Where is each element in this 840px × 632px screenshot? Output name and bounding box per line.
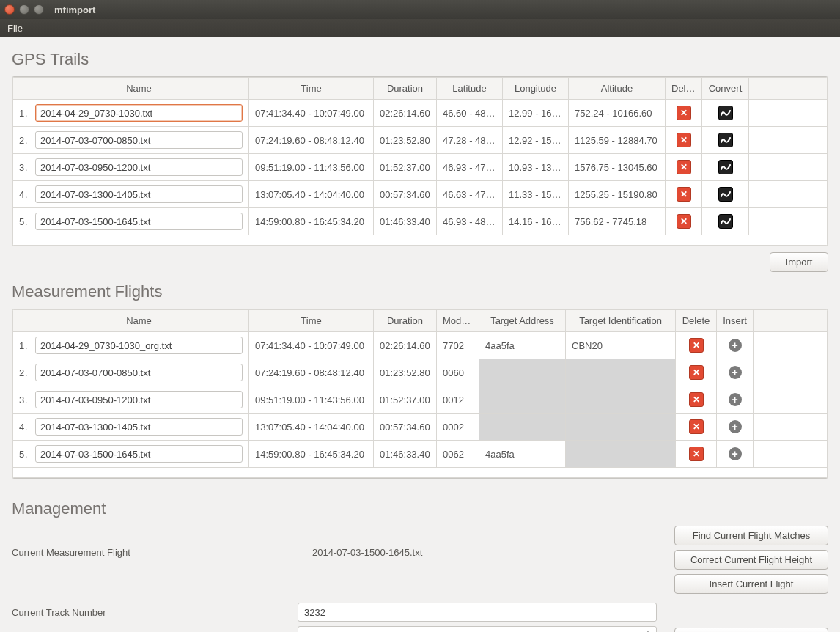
fl-h-blank [754, 310, 828, 332]
delete-icon[interactable]: ✕ [689, 447, 704, 461]
gps-h-convert[interactable]: Convert [702, 78, 749, 100]
convert-icon[interactable] [718, 160, 733, 174]
time-cell: 07:41:34.40 - 10:07:49.00 [249, 100, 374, 127]
delete-cell: ✕ [666, 208, 702, 235]
current-track-number-input[interactable] [298, 603, 657, 622]
delete-cell: ✕ [676, 359, 717, 386]
delete-icon[interactable]: ✕ [689, 365, 704, 380]
fl-h-insert[interactable]: Insert [717, 310, 754, 332]
name-cell [29, 127, 249, 154]
blank-cell [754, 386, 828, 414]
gps-name-input[interactable] [35, 131, 243, 149]
time-cell: 13:07:05.40 - 14:04:40.00 [249, 414, 374, 441]
gps-h-lon[interactable]: Longitude [503, 78, 569, 100]
gps-h-lat[interactable]: Latitude [437, 78, 503, 100]
gps-h-blank [749, 78, 828, 100]
delete-icon[interactable]: ✕ [689, 392, 704, 407]
convert-icon[interactable] [718, 187, 733, 202]
blank-cell [754, 414, 828, 441]
blank-cell [749, 127, 828, 154]
time-cell: 07:41:34.40 - 10:07:49.00 [249, 332, 374, 359]
fl-h-addr[interactable]: Target Address [479, 310, 566, 332]
delete-icon[interactable]: ✕ [677, 160, 691, 174]
gps-h-duration[interactable]: Duration [374, 78, 437, 100]
insert-cell: + [717, 441, 754, 468]
duration-cell: 01:23:52.80 [374, 127, 437, 154]
name-cell [29, 100, 249, 127]
insert-flight-button[interactable]: Insert Current Flight [674, 574, 828, 594]
fl-h-modea[interactable]: Mode A [437, 310, 479, 332]
window-close-button[interactable] [4, 4, 15, 15]
insert-cell: + [717, 386, 754, 414]
find-matches-button[interactable]: Find Current Flight Matches [674, 526, 828, 545]
target-ident-cell [566, 386, 676, 414]
convert-cell [702, 127, 749, 154]
flight-name-input[interactable] [35, 337, 243, 354]
gps-h-alt[interactable]: Altitude [569, 78, 666, 100]
fl-h-ident[interactable]: Target Identification [566, 310, 676, 332]
insert-icon[interactable]: + [729, 366, 742, 379]
flight-name-input[interactable] [35, 391, 243, 408]
delete-icon[interactable]: ✕ [689, 338, 704, 353]
delete-icon[interactable]: ✕ [677, 187, 691, 202]
row-number: 3 [13, 154, 29, 181]
delete-icon[interactable]: ✕ [677, 106, 691, 120]
gps-h-time[interactable]: Time [249, 78, 374, 100]
correct-height-button[interactable]: Correct Current Flight Height [674, 550, 828, 570]
delete-icon[interactable]: ✕ [689, 419, 704, 434]
time-cell: 13:07:05.40 - 14:04:40.00 [249, 181, 374, 208]
gps-h-delete[interactable]: Delete [666, 78, 702, 100]
fl-h-delete[interactable]: Delete [676, 310, 717, 332]
row-number: 1 [13, 100, 29, 127]
window-minimize-button[interactable] [19, 4, 29, 15]
time-cell: 09:51:19.00 - 11:43:56.00 [249, 386, 374, 414]
delete-icon[interactable]: ✕ [677, 133, 691, 147]
insert-icon[interactable]: + [729, 393, 742, 406]
import-button[interactable]: Import [770, 252, 828, 272]
convert-icon[interactable] [718, 133, 733, 147]
select-stepper-icon[interactable]: ▲▼ [642, 628, 654, 632]
modea-cell: 0062 [437, 441, 479, 468]
alt-cell: 1125.59 - 12884.70 [569, 127, 666, 154]
time-cell: 14:59:00.80 - 16:45:34.20 [249, 208, 374, 235]
fl-h-time[interactable]: Time [249, 310, 374, 332]
insert-icon[interactable]: + [729, 420, 742, 433]
row-number: 5 [13, 441, 29, 468]
time-cell: 14:59:00.80 - 16:45:34.20 [249, 441, 374, 468]
fl-h-rownum [13, 310, 29, 332]
table-footer-blank [13, 468, 828, 478]
delete-icon[interactable]: ✕ [677, 214, 691, 229]
blank-cell [749, 208, 828, 235]
modea-cell: 0060 [437, 359, 479, 386]
menu-file[interactable]: File [7, 23, 23, 34]
duration-cell: 01:52:37.00 [374, 386, 437, 414]
move-track-button[interactable]: Move Current Track [674, 628, 828, 632]
lon-cell: 11.33 - 15.46 [503, 181, 569, 208]
insert-icon[interactable]: + [729, 447, 742, 460]
gps-name-input[interactable] [35, 213, 243, 230]
gps-h-rownum [13, 78, 29, 100]
window-maximize-button[interactable] [34, 4, 44, 15]
convert-icon[interactable] [718, 106, 733, 120]
gps-name-input[interactable] [35, 104, 243, 122]
insert-icon[interactable]: + [729, 339, 742, 352]
current-data-source-select[interactable] [298, 626, 657, 632]
name-cell [29, 386, 249, 414]
convert-icon[interactable] [718, 214, 733, 229]
fl-h-name[interactable]: Name [29, 310, 249, 332]
mgmt-value-current-flight: 2014-07-03-1500-1645.txt [298, 547, 422, 558]
gps-name-input[interactable] [35, 185, 243, 203]
fl-h-duration[interactable]: Duration [374, 310, 437, 332]
gps-name-input[interactable] [35, 158, 243, 176]
alt-cell: 756.62 - 7745.18 [569, 208, 666, 235]
section-title-gps: GPS Trails [12, 50, 828, 69]
row-number: 2 [13, 127, 29, 154]
flight-name-input[interactable] [35, 445, 243, 463]
flight-name-input[interactable] [35, 364, 243, 381]
row-number: 3 [13, 386, 29, 414]
blank-cell [749, 154, 828, 181]
gps-h-name[interactable]: Name [29, 78, 249, 100]
mgmt-label-current-flight: Current Measurement Flight [12, 547, 298, 558]
flight-name-input[interactable] [35, 418, 243, 436]
duration-cell: 01:52:37.00 [374, 154, 437, 181]
